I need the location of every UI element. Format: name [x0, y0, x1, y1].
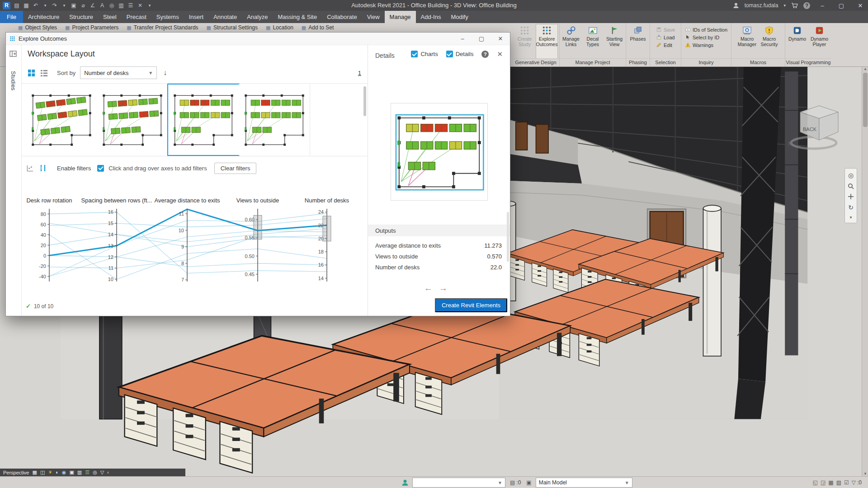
editable-only-icon[interactable]: ▤: [510, 479, 515, 486]
default-3d-view-icon[interactable]: ◎: [108, 2, 115, 9]
starting-view-button[interactable]: Starting View: [604, 24, 625, 58]
list-view-button[interactable]: [40, 69, 48, 77]
design-option-select[interactable]: Main Model ▼: [536, 478, 632, 488]
scroll-up-icon[interactable]: ▲: [862, 67, 868, 71]
parallel-axes-icon[interactable]: [39, 164, 47, 172]
ribbon-tab-collaborate[interactable]: Collaborate: [322, 11, 362, 23]
ribbon-tab-analyze[interactable]: Analyze: [242, 11, 273, 23]
zoom-icon[interactable]: [848, 183, 854, 189]
sun-path-icon[interactable]: ☀: [48, 469, 52, 476]
dynamo-button[interactable]: Dynamo: [787, 24, 808, 58]
viewcube[interactable]: N BACK: [788, 99, 851, 155]
details-scrollbar[interactable]: [507, 212, 509, 262]
panel-label-visual-programming[interactable]: Visual Programming: [785, 58, 831, 66]
outcome-thumbnail-2[interactable]: [97, 84, 168, 155]
section-icon[interactable]: ▥: [118, 2, 124, 9]
ribbon-tab-view[interactable]: View: [362, 11, 385, 23]
app-store-icon[interactable]: [791, 2, 798, 9]
page-indicator[interactable]: 1: [358, 70, 361, 76]
select-links-icon[interactable]: ▦: [828, 479, 833, 486]
visual-style-icon[interactable]: ◫: [40, 469, 45, 476]
crop-view-icon[interactable]: ▣: [69, 469, 74, 476]
dialog-close-icon[interactable]: ✕: [491, 33, 510, 45]
dynamo-player-button[interactable]: Dynamo Player: [809, 24, 830, 58]
sort-by-select[interactable]: Number of desks ▼: [80, 66, 157, 79]
ribbon-tab-systems[interactable]: Systems: [151, 11, 184, 23]
outcome-thumbnail-3[interactable]: [168, 84, 239, 155]
save-selection-button[interactable]: Save: [656, 27, 675, 33]
render-icon[interactable]: ◉: [62, 469, 66, 476]
panel-label-inquiry[interactable]: Inquiry: [681, 58, 731, 66]
outcome-thumbnail-1[interactable]: [26, 84, 97, 155]
ribbon-tool-add-to-set[interactable]: ▦Add to Set: [302, 24, 334, 31]
create-study-button[interactable]: Create Study: [514, 24, 535, 58]
pan-icon[interactable]: [848, 193, 854, 200]
view-scrollbar[interactable]: ▲ ▼: [862, 66, 868, 476]
ribbon-tab-manage[interactable]: Manage: [385, 11, 416, 23]
active-workset-select[interactable]: ▼: [412, 478, 505, 488]
ribbon-tool-location[interactable]: ▦Location: [266, 24, 293, 31]
outcome-thumbnail-4[interactable]: [239, 84, 310, 155]
help-icon[interactable]: ?: [803, 2, 810, 9]
orbit-icon[interactable]: ↻: [848, 204, 854, 211]
minimize-window-icon[interactable]: –: [816, 2, 829, 9]
ribbon-tool-transfer-project-standards[interactable]: ▦Transfer Project Standards: [127, 24, 198, 31]
print-icon[interactable]: ▣: [71, 2, 77, 9]
user-dropdown-icon[interactable]: ▾: [783, 3, 786, 8]
redo-dropdown-icon[interactable]: ▾: [61, 3, 67, 8]
panel-label-macros[interactable]: Macros: [731, 58, 785, 66]
panel-label-manage-project[interactable]: Manage Project: [560, 58, 626, 66]
ribbon-tool-object-styles[interactable]: ▦Object Styles: [18, 24, 57, 31]
view-scale-label[interactable]: Perspective: [3, 470, 29, 475]
text-icon[interactable]: A: [99, 2, 105, 9]
scatter-plot-icon[interactable]: [26, 164, 34, 172]
filter-icon[interactable]: ▽: [852, 479, 856, 486]
undo-icon[interactable]: ↶: [33, 2, 39, 9]
select-by-id-button[interactable]: Select by ID: [685, 34, 719, 40]
save-icon[interactable]: ▦: [23, 2, 29, 9]
close-hidden-windows-icon[interactable]: ✕: [137, 2, 143, 9]
temporary-hide-icon[interactable]: ☰: [85, 469, 90, 476]
ribbon-tool-structural-settings[interactable]: ▦Structural Settings: [207, 24, 258, 31]
ribbon-tab-architecture[interactable]: Architecture: [23, 11, 64, 23]
ribbon-tab-file[interactable]: File: [0, 11, 23, 23]
edit-selection-button[interactable]: Edit: [656, 42, 672, 48]
design-options-icon[interactable]: ▣: [526, 479, 531, 486]
reveal-hidden-icon[interactable]: ◎: [93, 469, 97, 476]
create-revit-elements-button[interactable]: Create Revit Elements: [435, 298, 507, 312]
ribbon-tab-steel[interactable]: Steel: [98, 11, 122, 23]
navigation-bar[interactable]: ◎ ↻ ▾: [844, 168, 857, 223]
next-outcome-icon[interactable]: →: [439, 283, 454, 293]
grid-view-button[interactable]: [28, 69, 35, 77]
sort-direction-icon[interactable]: ↓: [163, 69, 167, 77]
manage-links-button[interactable]: Manage Links: [561, 24, 581, 58]
panel-label-generative-design[interactable]: Generative Design: [512, 58, 559, 66]
explore-outcomes-button[interactable]: Explore Outcomes: [536, 24, 557, 58]
measure-icon[interactable]: ⌀: [80, 2, 86, 9]
warnings-button[interactable]: Warnings: [685, 42, 713, 48]
studies-tab[interactable]: Studies: [10, 71, 17, 90]
decal-types-button[interactable]: Decal Types: [582, 24, 603, 58]
ribbon-tool-project-parameters[interactable]: ▦Project Parameters: [65, 24, 118, 31]
redo-icon[interactable]: ↷: [52, 2, 58, 9]
expand-panel-icon[interactable]: [9, 50, 17, 57]
signed-in-user[interactable]: tomasz.fudala: [745, 2, 778, 9]
close-window-icon[interactable]: ✕: [854, 2, 867, 9]
parallel-coordinates-chart[interactable]: Desk row rotation806040200-20-40Spacing …: [21, 177, 368, 313]
select-underlay-icon[interactable]: ▧: [836, 479, 841, 486]
scroll-down-icon[interactable]: ▼: [862, 472, 868, 476]
previous-outcome-icon[interactable]: ←: [424, 283, 439, 293]
shadows-icon[interactable]: ◐: [56, 469, 59, 476]
load-selection-button[interactable]: Load: [656, 34, 675, 40]
detail-level-icon[interactable]: ▦: [32, 469, 37, 476]
aligned-dimension-icon[interactable]: ∠: [90, 2, 96, 9]
dialog-minimize-icon[interactable]: –: [453, 33, 472, 45]
temporary-view-properties-icon[interactable]: ▽: [100, 469, 104, 476]
exclude-options-icon[interactable]: ◱: [813, 479, 818, 486]
ribbon-tab-modify[interactable]: Modify: [446, 11, 473, 23]
press-drag-icon[interactable]: ◲: [821, 479, 826, 486]
scrollbar-thumb[interactable]: [863, 73, 868, 127]
navbar-more-icon[interactable]: ▾: [850, 215, 852, 220]
ribbon-tab-structure[interactable]: Structure: [64, 11, 98, 23]
ribbon-tab-insert[interactable]: Insert: [184, 11, 209, 23]
